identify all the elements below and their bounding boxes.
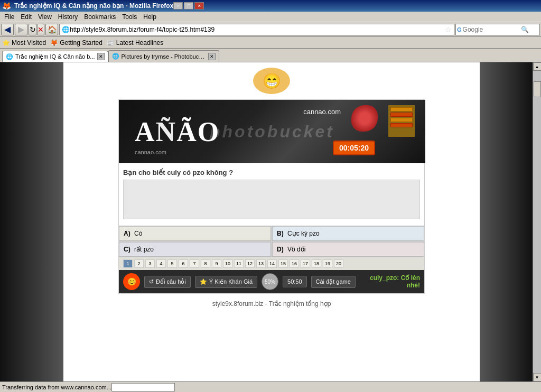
progress-num-1[interactable]: 1 bbox=[123, 259, 133, 268]
progress-num-16[interactable]: 16 bbox=[290, 259, 299, 268]
progress-num-8[interactable]: 8 bbox=[201, 259, 210, 268]
bookmark-most-visited[interactable]: ⭐ Most Visited bbox=[2, 39, 46, 46]
progress-num-5[interactable]: 5 bbox=[167, 259, 177, 268]
stop-button[interactable]: ✕ bbox=[37, 24, 44, 35]
fifty-fifty-icon: 50% bbox=[262, 273, 278, 290]
forward-button[interactable]: ▶ bbox=[15, 24, 27, 35]
banner-logo: AÑÃO bbox=[135, 116, 220, 147]
search-bar: G 🔍 bbox=[455, 24, 540, 35]
answer-c[interactable]: C) rất pzo bbox=[119, 242, 271, 257]
maximize-button[interactable]: □ bbox=[184, 2, 193, 10]
latest-headlines-icon: 📰 bbox=[107, 39, 115, 46]
answer-a[interactable]: A) Có bbox=[119, 226, 271, 241]
scroll-thumb[interactable] bbox=[534, 81, 541, 97]
back-button[interactable]: ◀ bbox=[1, 24, 14, 35]
quiz-question-text: Bạn cho biết culy có pzo không ? bbox=[123, 169, 420, 176]
search-input[interactable] bbox=[463, 26, 521, 33]
progress-num-20[interactable]: 20 bbox=[334, 259, 343, 268]
scroll-track[interactable] bbox=[533, 71, 541, 373]
menu-bookmarks[interactable]: Bookmarks bbox=[81, 12, 119, 22]
progress-num-2[interactable]: 2 bbox=[134, 259, 144, 268]
y-kien-khan-gia-button[interactable]: ⭐ Ý Kiến Khán Giá bbox=[195, 276, 257, 288]
tab-0-icon: 🌐 bbox=[6, 53, 13, 60]
tab-1[interactable]: 🌐 Pictures by trymse - Photobucket ✕ bbox=[108, 50, 219, 62]
bookmark-star-icon[interactable]: ☆ bbox=[445, 25, 452, 34]
quiz-answers: A) Có B) Cực kỳ pzo C) rất pzo D) Vô đối bbox=[119, 226, 424, 257]
answer-d[interactable]: D) Vô đối bbox=[272, 242, 424, 257]
banner-subtitle: cannao.com bbox=[135, 149, 166, 155]
menubar: File Edit View History Bookmarks Tools H… bbox=[0, 12, 541, 22]
quiz-banner: photobucket AÑÃO cannao.com cannao.com bbox=[119, 100, 425, 163]
status-text: Transferring data from www.cannao.com... bbox=[2, 384, 111, 390]
answer-b-text: Cực kỳ pzo bbox=[287, 230, 320, 237]
home-button[interactable]: 🏠 bbox=[45, 24, 58, 35]
progress-num-10[interactable]: 10 bbox=[223, 259, 232, 268]
getting-started-icon: 🦊 bbox=[50, 39, 58, 46]
scroll-down-arrow[interactable]: ▼ bbox=[533, 373, 542, 381]
menu-tools[interactable]: Tools bbox=[119, 12, 140, 22]
answer-a-text: Có bbox=[134, 230, 142, 237]
scrollbar[interactable]: ▲ ▼ bbox=[533, 62, 541, 381]
reload-button[interactable]: ↻ bbox=[29, 24, 36, 35]
browser-icon: 🦊 bbox=[2, 2, 11, 10]
scroll-up-arrow[interactable]: ▲ bbox=[533, 62, 542, 71]
book-3 bbox=[390, 118, 413, 122]
title-text: Trắc nghiệm IQ & Cân nặng não bạn - Mozi… bbox=[14, 2, 173, 10]
progress-num-17[interactable]: 17 bbox=[301, 259, 310, 268]
address-input[interactable] bbox=[70, 26, 445, 33]
answer-b[interactable]: B) Cực kỳ pzo bbox=[272, 226, 424, 241]
quiz-footer: 😊 ↺ Đổi câu hỏi ⭐ Ý Kiến Khán Giá 50% 50… bbox=[119, 270, 424, 293]
refresh-icon: ↺ bbox=[149, 278, 154, 285]
statusbar: Transferring data from www.cannao.com... bbox=[0, 381, 541, 392]
book-4 bbox=[390, 123, 413, 127]
progress-num-18[interactable]: 18 bbox=[312, 259, 321, 268]
cai-dat-game-button[interactable]: Cài đặt game bbox=[311, 276, 356, 288]
close-button[interactable]: × bbox=[194, 2, 204, 10]
progress-num-6[interactable]: 6 bbox=[179, 259, 188, 268]
bookmark-getting-started[interactable]: 🦊 Getting Started bbox=[50, 39, 102, 46]
answer-d-text: Vô đối bbox=[287, 246, 305, 253]
quiz-widget: photobucket AÑÃO cannao.com cannao.com bbox=[118, 99, 425, 294]
progress-num-4[interactable]: 4 bbox=[156, 259, 166, 268]
page-wrapper: 😁 photobucket AÑÃO cannao.com cannao.com bbox=[0, 62, 541, 381]
progress-num-14[interactable]: 14 bbox=[267, 259, 277, 268]
right-margin bbox=[480, 62, 533, 381]
left-margin bbox=[0, 62, 63, 381]
minimize-button[interactable]: − bbox=[173, 2, 183, 10]
bookmark-latest-headlines[interactable]: 📰 Latest Headlines bbox=[107, 39, 163, 46]
page-icon: 🌐 bbox=[62, 26, 70, 33]
search-submit-icon[interactable]: 🔍 bbox=[521, 26, 529, 33]
progress-num-3[interactable]: 3 bbox=[145, 259, 155, 268]
navbar: ◀ ▶ ↻ ✕ 🏠 🌐 ☆ G 🔍 bbox=[0, 22, 541, 37]
progress-num-13[interactable]: 13 bbox=[256, 259, 266, 268]
menu-history[interactable]: History bbox=[55, 12, 81, 22]
progress-num-11[interactable]: 11 bbox=[234, 259, 244, 268]
book-2 bbox=[390, 113, 413, 117]
tab-0[interactable]: 🌐 Trắc nghiệm IQ & Cân não b... ✕ bbox=[2, 51, 108, 62]
chat-text: culy_pzo: Cố lên nhé! bbox=[360, 274, 420, 289]
answer-d-label: D) bbox=[277, 246, 284, 253]
tab-1-icon: 🌐 bbox=[112, 53, 119, 60]
progress-num-15[interactable]: 15 bbox=[278, 259, 288, 268]
doi-cau-hoi-button[interactable]: ↺ Đổi câu hỏi bbox=[144, 276, 191, 288]
menu-file[interactable]: File bbox=[1, 12, 17, 22]
banner-cannao: cannao.com bbox=[303, 108, 341, 116]
tab-0-close[interactable]: ✕ bbox=[97, 53, 105, 60]
progress-num-9[interactable]: 9 bbox=[212, 259, 221, 268]
menu-help[interactable]: Help bbox=[140, 12, 160, 22]
fifty-fifty-button[interactable]: 50:50 bbox=[283, 276, 307, 287]
status-input-area bbox=[111, 383, 175, 391]
window-controls: − □ × bbox=[173, 2, 204, 10]
answer-a-label: A) bbox=[124, 230, 130, 237]
progress-num-19[interactable]: 19 bbox=[323, 259, 332, 268]
bookmarks-bar: ⭐ Most Visited 🦊 Getting Started 📰 Lates… bbox=[0, 37, 541, 49]
menu-view[interactable]: View bbox=[35, 12, 55, 22]
menu-edit[interactable]: Edit bbox=[17, 12, 35, 22]
tab-1-close[interactable]: ✕ bbox=[208, 53, 216, 60]
progress-num-12[interactable]: 12 bbox=[245, 259, 255, 268]
footer-avatar: 😊 bbox=[123, 273, 140, 290]
answer-c-label: C) bbox=[124, 246, 130, 253]
tab-1-label: Pictures by trymse - Photobucket bbox=[122, 53, 206, 60]
progress-num-7[interactable]: 7 bbox=[190, 259, 199, 268]
page-center: 😁 photobucket AÑÃO cannao.com cannao.com bbox=[63, 62, 480, 381]
